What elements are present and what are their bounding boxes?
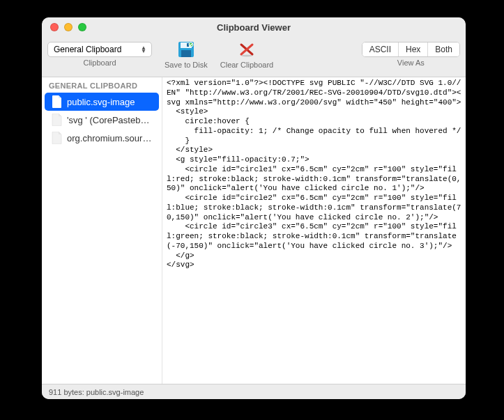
status-text: 911 bytes: public.svg-image: [49, 388, 144, 396]
sidebar-item-label: public.svg-image: [67, 97, 135, 107]
clipboard-selector-value: General Clipboard: [54, 45, 121, 54]
save-to-disk-tool: Save to Disk: [165, 40, 208, 69]
sidebar-section-header: GENERAL CLIPBOARD: [42, 77, 162, 93]
app-window: Clipboard Viewer General Clipboard ▲▼ Cl…: [42, 17, 466, 399]
clipboard-selector-label: Clipboard: [83, 59, 116, 67]
status-bar: 911 bytes: public.svg-image: [42, 384, 466, 399]
sidebar-item-label: 'svg ' (CorePastebo…: [67, 115, 152, 125]
sidebar-item[interactable]: 'svg ' (CorePastebo…: [45, 111, 159, 129]
clear-clipboard-label: Clear Clipboard: [220, 61, 273, 69]
close-icon[interactable]: [50, 23, 59, 31]
floppy-disk-icon: [177, 40, 195, 59]
clipboard-selector[interactable]: General Clipboard ▲▼: [47, 42, 152, 57]
titlebar[interactable]: Clipboard Viewer: [42, 17, 466, 37]
toolbar: General Clipboard ▲▼ Clipboard Save to D…: [42, 37, 466, 77]
chevron-up-down-icon: ▲▼: [139, 46, 148, 53]
document-icon: [52, 95, 62, 108]
body: GENERAL CLIPBOARD public.svg-image 'svg …: [42, 77, 466, 384]
sidebar-item[interactable]: public.svg-image: [45, 93, 159, 111]
view-as-hex[interactable]: Hex: [398, 42, 427, 56]
view-as-ascii[interactable]: ASCII: [362, 42, 398, 56]
document-icon: [52, 132, 62, 144]
view-as-label: View As: [397, 59, 425, 67]
sidebar-item[interactable]: org.chromium.sourc…: [45, 129, 159, 147]
minimize-icon[interactable]: [64, 23, 72, 31]
svg-point-5: [241, 55, 252, 57]
clear-clipboard-button[interactable]: [236, 40, 257, 59]
sidebar: GENERAL CLIPBOARD public.svg-image 'svg …: [42, 77, 162, 384]
traffic-lights: [42, 23, 86, 31]
save-to-disk-label: Save to Disk: [165, 61, 208, 69]
clear-clipboard-tool: Clear Clipboard: [220, 40, 273, 69]
view-as-tool: ASCII Hex Both View As: [362, 40, 460, 67]
svg-rect-2: [181, 50, 191, 57]
clipboard-selector-tool: General Clipboard ▲▼ Clipboard: [47, 40, 152, 67]
x-icon: [238, 40, 256, 59]
window-title: Clipboard Viewer: [42, 22, 466, 33]
zoom-icon[interactable]: [78, 23, 86, 31]
save-to-disk-button[interactable]: [176, 40, 197, 59]
document-icon: [52, 114, 62, 126]
view-as-both[interactable]: Both: [427, 42, 459, 56]
sidebar-item-label: org.chromium.sourc…: [67, 133, 152, 143]
view-as-segmented: ASCII Hex Both: [362, 42, 460, 57]
content-view[interactable]: <?xml version="1.0"?><!DOCTYPE svg PUBLI…: [162, 77, 466, 384]
